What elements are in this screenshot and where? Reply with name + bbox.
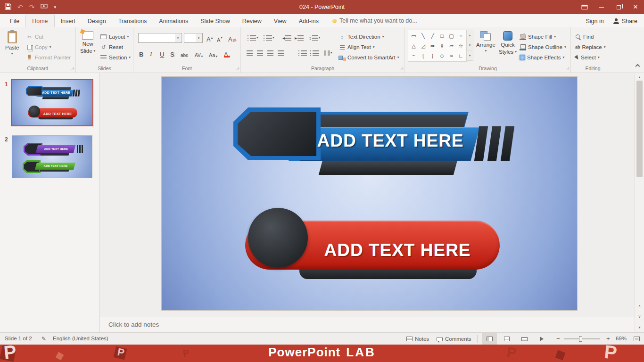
format-painter-button[interactable]: Format Painter	[25, 52, 72, 63]
share-button[interactable]: Share	[613, 18, 637, 25]
increase-font-size-button[interactable]: A▴	[205, 33, 215, 43]
shape-option[interactable]: ╲	[419, 31, 428, 41]
ltr-text-button[interactable]	[297, 48, 309, 58]
language-status[interactable]: English (United States)	[53, 336, 108, 341]
collapse-ribbon-button[interactable]	[636, 63, 639, 69]
shape-option[interactable]: ~	[409, 51, 418, 60]
start-slideshow-button[interactable]	[41, 3, 48, 11]
fit-slide-to-window-button[interactable]	[634, 337, 640, 341]
paragraph-dialog-launcher[interactable]: ◿	[400, 66, 403, 71]
ribbon-display-options-button[interactable]	[576, 0, 593, 14]
bold-button[interactable]: B	[137, 48, 145, 58]
arrange-button[interactable]: Arrange ▾	[474, 30, 498, 54]
bullets-button[interactable]: ▾	[246, 33, 260, 43]
shape-effects-button[interactable]: Shape Effects▾	[518, 52, 568, 63]
font-name-select[interactable]: ▾	[138, 33, 182, 43]
redo-button[interactable]: ↷	[29, 3, 35, 11]
slide-thumbnail-2[interactable]: ADD TEXT HERE ADD TEXT HERE	[12, 135, 92, 178]
text-shadow-button[interactable]: S	[168, 48, 176, 58]
top-banner-strip[interactable]	[319, 160, 457, 175]
shape-option[interactable]: ≈	[447, 51, 456, 60]
tab-insert[interactable]: Insert	[55, 15, 82, 27]
layout-button[interactable]: Layout▾	[99, 32, 132, 42]
shape-option[interactable]: ⇓	[438, 41, 446, 50]
gallery-scroll-up-button[interactable]: ▴	[467, 30, 473, 40]
drawing-dialog-launcher[interactable]: ◿	[566, 66, 569, 71]
select-button[interactable]: Select▾	[574, 52, 607, 63]
align-center-button[interactable]	[255, 48, 265, 58]
minimize-button[interactable]: ─	[593, 0, 610, 14]
decrease-indent-button[interactable]: ◂	[281, 33, 293, 43]
comments-toggle-button[interactable]: Comments	[435, 334, 473, 344]
vertical-scrollbar[interactable]: ▴ ∧ ∨ ▾	[635, 73, 644, 332]
tab-file[interactable]: File	[4, 15, 25, 27]
copy-button[interactable]: Copy▾	[25, 42, 72, 52]
new-slide-button[interactable]: New Slide▾	[78, 30, 98, 55]
zoom-out-button[interactable]: −	[556, 335, 560, 342]
undo-button[interactable]: ↶	[17, 3, 23, 11]
numbering-button[interactable]: ▾	[262, 33, 276, 43]
tab-add-ins[interactable]: Add-ins	[293, 15, 325, 27]
bottom-banner-circle[interactable]	[248, 208, 308, 268]
zoom-level[interactable]: 69%	[616, 336, 627, 341]
sign-in-link[interactable]: Sign in	[586, 18, 603, 25]
tab-home[interactable]: Home	[25, 15, 54, 27]
slide-show-view-button[interactable]	[534, 333, 549, 345]
increase-indent-button[interactable]: ▸	[293, 33, 305, 43]
shape-option[interactable]: ◇	[438, 51, 446, 60]
tell-me-box[interactable]: Tell me what you want to do...	[332, 17, 417, 27]
quick-styles-button[interactable]: Quick Styles▾	[496, 30, 519, 56]
restore-button[interactable]	[610, 0, 627, 14]
shape-option[interactable]: ○	[456, 31, 465, 41]
columns-button[interactable]: ▾	[322, 48, 334, 58]
replace-button[interactable]: abReplace▾	[574, 42, 607, 52]
top-banner-bar[interactable]	[501, 126, 514, 161]
tab-review[interactable]: Review	[236, 15, 268, 27]
slide-sorter-view-button[interactable]	[499, 333, 514, 345]
zoom-in-button[interactable]: +	[606, 335, 610, 342]
scroll-down-button[interactable]: ▾	[635, 325, 644, 329]
zoom-slider[interactable]	[564, 338, 600, 339]
next-slide-button[interactable]: ∨	[635, 314, 644, 319]
cut-button[interactable]: ✂Cut	[25, 32, 72, 42]
save-button[interactable]	[5, 3, 11, 11]
shape-option[interactable]: ⇒	[428, 41, 437, 50]
shape-option[interactable]: ▭	[409, 31, 418, 41]
shape-option[interactable]: }	[428, 51, 437, 60]
bottom-banner-text[interactable]: ADD TEXT HERE	[317, 241, 478, 260]
shape-option[interactable]: □	[438, 31, 446, 41]
section-button[interactable]: Section▾	[99, 52, 132, 63]
decrease-font-size-button[interactable]: A▾	[215, 33, 224, 43]
reset-button[interactable]: ↺Reset	[99, 42, 132, 52]
scroll-up-button[interactable]: ▴	[635, 75, 644, 79]
zoom-slider-thumb[interactable]	[579, 336, 582, 342]
text-direction-button[interactable]: ↕Text Direction▾	[337, 32, 400, 42]
shape-outline-button[interactable]: Shape Outline▾	[518, 42, 568, 52]
normal-view-button[interactable]	[482, 333, 497, 345]
shape-fill-button[interactable]: Shape Fill▾	[518, 32, 568, 42]
shape-option[interactable]: ╱	[428, 31, 437, 41]
tab-animations[interactable]: Animations	[153, 15, 194, 27]
previous-slide-button[interactable]: ∧	[635, 304, 644, 308]
top-banner-text[interactable]: ADD TEXT HERE	[315, 132, 466, 150]
convert-to-smartart-button[interactable]: Convert to SmartArt▾	[337, 52, 400, 63]
gallery-scroll-down-button[interactable]: ▾	[467, 40, 473, 50]
font-dialog-launcher[interactable]: ◿	[236, 66, 239, 71]
clipboard-dialog-launcher[interactable]: ◿	[71, 66, 74, 71]
slide-canvas[interactable]: ADD TEXT HERE ADD TEXT HERE	[162, 77, 577, 310]
shape-option[interactable]: ▢	[447, 31, 456, 41]
spell-check-icon[interactable]: ✎	[41, 336, 46, 342]
shape-option[interactable]: ▱	[447, 41, 456, 50]
tab-slide-show[interactable]: Slide Show	[194, 15, 236, 27]
character-spacing-button[interactable]: AV▾	[193, 48, 205, 58]
clear-formatting-button[interactable]: A	[226, 33, 238, 43]
close-button[interactable]: ×	[627, 0, 644, 14]
change-case-button[interactable]: Aa▾	[207, 48, 219, 58]
shape-option[interactable]: ∟	[456, 51, 465, 60]
underline-button[interactable]: U	[158, 48, 166, 58]
notes-pane[interactable]: Click to add notes	[100, 317, 635, 332]
italic-button[interactable]: I	[148, 48, 154, 58]
gallery-more-button[interactable]: ▾	[467, 50, 473, 60]
line-spacing-button[interactable]: ↕▾	[307, 33, 322, 43]
shape-option[interactable]: ◿	[419, 41, 428, 50]
